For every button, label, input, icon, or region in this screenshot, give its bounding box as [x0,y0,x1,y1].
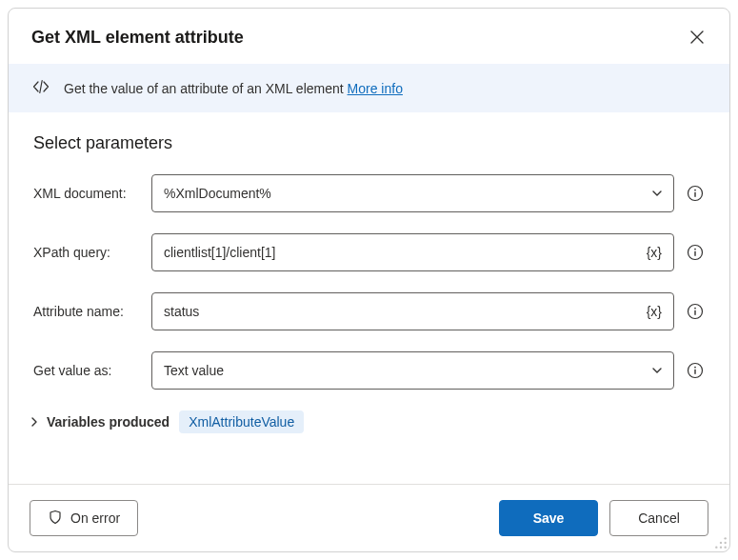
cancel-label: Cancel [638,510,680,526]
cancel-button[interactable]: Cancel [609,500,708,536]
variable-picker-icon[interactable]: {x} [645,304,664,319]
param-label: Attribute name: [33,304,151,319]
field-value: clientlist[1]/client[1] [164,245,645,260]
svg-point-4 [694,249,696,250]
svg-point-12 [725,537,727,539]
attribute-name-input[interactable]: status {x} [151,292,674,330]
on-error-button[interactable]: On error [30,500,138,536]
more-info-link[interactable]: More info [348,81,403,96]
info-banner: Get the value of an attribute of an XML … [9,64,729,112]
code-icon [31,77,50,99]
param-label: Get value as: [33,363,151,378]
variables-produced-expander[interactable]: Variables produced [28,414,170,430]
info-icon[interactable] [686,302,705,321]
svg-point-17 [725,547,727,549]
save-label: Save [533,510,565,526]
dialog-header: Get XML element attribute [9,9,729,64]
field-value: status [164,304,645,319]
banner-text: Get the value of an attribute of an XML … [64,81,403,96]
variable-badge[interactable]: XmlAttributeValue [179,410,304,433]
svg-point-13 [720,542,722,544]
param-row-xml-document: XML document: %XmlDocument% [33,174,705,212]
svg-point-16 [720,547,722,549]
xpath-query-input[interactable]: clientlist[1]/client[1] {x} [151,233,674,271]
get-value-as-dropdown[interactable]: Text value [151,351,674,390]
svg-point-14 [725,542,727,544]
info-icon[interactable] [686,184,705,203]
variable-picker-icon[interactable]: {x} [645,245,664,260]
param-row-xpath-query: XPath query: clientlist[1]/client[1] {x} [33,233,705,271]
on-error-label: On error [70,510,120,526]
dialog: Get XML element attribute Get the value … [8,8,730,552]
xml-document-dropdown[interactable]: %XmlDocument% [151,174,674,212]
svg-rect-5 [694,251,695,256]
param-row-get-value-as: Get value as: Text value [33,351,705,390]
field-value: Text value [164,363,650,378]
param-row-attribute-name: Attribute name: status {x} [33,292,705,330]
svg-point-7 [694,308,696,310]
variables-produced-row: Variables produced XmlAttributeValue [28,410,705,433]
info-icon[interactable] [686,243,705,262]
dialog-footer: On error Save Cancel [9,484,729,551]
param-label: XML document: [33,186,151,201]
chevron-down-icon [650,364,664,377]
close-button[interactable] [684,24,710,50]
svg-rect-2 [694,192,695,197]
svg-point-1 [694,190,696,191]
dialog-title: Get XML element attribute [31,28,244,48]
svg-point-15 [715,547,717,549]
svg-point-10 [694,367,696,369]
field-value: %XmlDocument% [164,186,650,201]
banner-description: Get the value of an attribute of an XML … [64,81,344,96]
chevron-down-icon [650,187,664,200]
resize-grip-icon[interactable] [714,536,728,550]
save-button[interactable]: Save [499,500,598,536]
chevron-right-icon [28,415,41,429]
param-label: XPath query: [33,245,151,260]
dialog-content: Select parameters XML document: %XmlDocu… [9,112,729,484]
close-icon [690,30,704,44]
svg-rect-11 [694,370,695,374]
shield-icon [48,510,63,528]
variables-produced-label: Variables produced [47,414,170,430]
info-icon[interactable] [686,361,705,380]
section-title: Select parameters [33,133,705,153]
svg-rect-8 [694,310,695,315]
